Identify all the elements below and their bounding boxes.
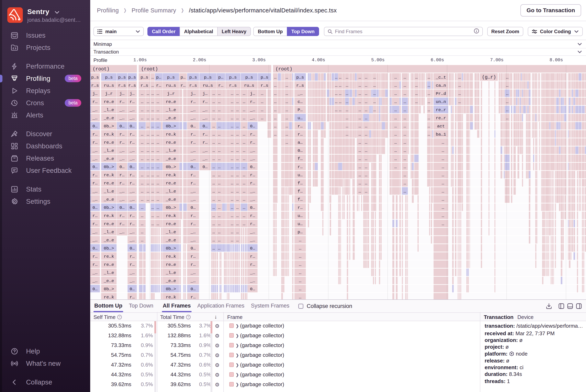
svg-text:r…: r… <box>191 173 196 178</box>
svg-text:re…e: re…e <box>104 140 114 145</box>
svg-text:_…: _… <box>119 116 125 120</box>
svg-text:…: … <box>147 156 149 161</box>
svg-text:…: … <box>236 189 239 194</box>
svg-text:_l…e: _l…e <box>166 148 176 153</box>
svg-text:…: … <box>236 214 239 218</box>
svg-text:…: … <box>218 238 221 242</box>
svg-text:…: … <box>365 173 367 178</box>
svg-text:…: … <box>299 254 302 259</box>
svg-text:_l…e: _l…e <box>166 108 176 112</box>
svg-text:…: … <box>346 100 348 104</box>
svg-text:…: … <box>394 83 397 88</box>
svg-text:…: … <box>285 108 288 112</box>
svg-text:…: … <box>218 189 221 194</box>
svg-text:…: … <box>442 205 444 210</box>
svg-text:r…: r… <box>191 295 196 300</box>
svg-text:…: … <box>151 173 154 178</box>
svg-text:…: … <box>151 197 154 202</box>
svg-text:…: … <box>261 116 263 120</box>
svg-text:_…: _… <box>190 116 196 120</box>
svg-text:_…: _… <box>92 197 98 202</box>
svg-text:…: … <box>218 214 221 218</box>
svg-text:…: … <box>231 238 233 242</box>
svg-text:…: … <box>243 148 245 153</box>
svg-text:…: … <box>212 124 215 129</box>
svg-text:r…: r… <box>120 214 125 218</box>
svg-text:_…: _… <box>119 230 125 234</box>
svg-text:…: … <box>218 222 221 226</box>
svg-text:re…e: re…e <box>104 181 114 186</box>
svg-text:p…s: p…s <box>229 75 237 80</box>
svg-text:re…k: re…k <box>166 295 176 300</box>
svg-text:…: … <box>365 124 367 129</box>
svg-text:0…: 0… <box>202 124 208 129</box>
svg-text:_…: _… <box>250 197 255 202</box>
svg-text:…: … <box>404 173 406 178</box>
svg-text:r…: r… <box>202 100 208 104</box>
svg-text:…: … <box>339 92 341 96</box>
svg-text:_e…e: _e…e <box>166 197 176 202</box>
svg-text:…: … <box>299 287 302 292</box>
svg-text:u…: u… <box>297 214 303 218</box>
svg-text:…: … <box>274 116 277 120</box>
svg-text:_…: _… <box>119 189 125 194</box>
svg-text:p…s: p…s <box>128 75 136 80</box>
svg-text:…: … <box>243 222 245 226</box>
svg-text:r…: r… <box>180 83 186 88</box>
svg-text:…: … <box>394 148 397 153</box>
svg-text:…: … <box>212 205 215 210</box>
svg-text:…: … <box>285 132 288 137</box>
svg-text:_…: _… <box>250 189 255 194</box>
svg-text:_e…e: _e…e <box>104 197 114 202</box>
svg-text:…: … <box>274 83 277 88</box>
svg-text:…: … <box>428 116 430 120</box>
svg-text:_…: _… <box>92 156 98 161</box>
svg-text:…: … <box>236 238 239 242</box>
svg-text:f…: f… <box>297 197 303 202</box>
svg-text:_l…e: _l…e <box>104 270 114 275</box>
svg-text:p…: p… <box>297 230 303 234</box>
svg-text:re…r: re…r <box>436 116 446 120</box>
svg-text:…: … <box>394 165 397 169</box>
svg-text:…: … <box>274 124 277 129</box>
svg-text:ba…1: ba…1 <box>436 132 446 137</box>
svg-text:…: … <box>415 83 418 88</box>
svg-text:…: … <box>231 165 233 169</box>
svg-text:…: … <box>458 75 461 80</box>
svg-text:…: … <box>428 108 430 112</box>
svg-text:…: … <box>157 189 159 194</box>
svg-text:…: … <box>243 173 245 178</box>
svg-text:p…s: p…s <box>141 75 148 80</box>
svg-text:_e…e: _e…e <box>166 116 176 120</box>
svg-text:…: … <box>394 100 397 104</box>
svg-text:r…: r… <box>93 222 98 226</box>
svg-text:…: … <box>299 279 302 283</box>
svg-text:…: … <box>236 116 239 120</box>
svg-text:…: … <box>365 189 367 194</box>
svg-text:f…: f… <box>297 181 303 186</box>
svg-text:…: … <box>157 108 159 112</box>
svg-text:0b…>: 0b…> <box>104 287 114 292</box>
svg-text:…: … <box>442 181 444 186</box>
svg-text:p…s: p…s <box>204 75 212 80</box>
svg-text:…: … <box>157 124 159 129</box>
svg-text:r…: r… <box>297 205 303 210</box>
svg-text:_…: _… <box>297 92 303 96</box>
svg-text:…: … <box>404 108 406 112</box>
svg-text:_…: _… <box>119 108 125 112</box>
svg-text:_…: _… <box>129 238 135 242</box>
svg-text:…: … <box>151 205 154 210</box>
svg-text:…: … <box>285 75 288 80</box>
svg-text:…: … <box>404 165 406 169</box>
svg-text:_…: _… <box>92 270 98 275</box>
svg-text:ru…s: ru…s <box>244 83 254 88</box>
svg-text:…: … <box>212 222 215 226</box>
svg-text:…: … <box>157 100 159 104</box>
svg-text:_…: _… <box>92 108 98 112</box>
svg-text:…: … <box>236 222 239 226</box>
svg-text:r…: r… <box>218 83 223 88</box>
svg-text:…: … <box>359 189 361 194</box>
svg-text:0…: 0… <box>191 246 196 251</box>
svg-text:r…: r… <box>120 173 125 178</box>
svg-text:…: … <box>261 92 263 96</box>
